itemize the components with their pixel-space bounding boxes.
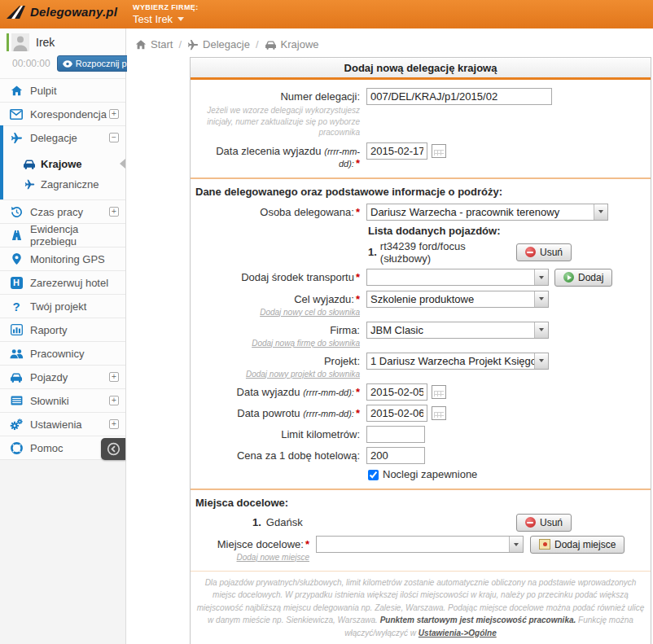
usun-pojazd-button[interactable]: Usuń [516,243,572,261]
plane-icon [21,179,37,190]
transport-select[interactable] [366,269,549,286]
cel-select[interactable]: Szkolenie produktowe [366,291,549,308]
limit-note: Dla pojazdów prywatnych/służbowych, limi… [191,572,651,644]
sidebar-item-krajowe[interactable]: Krajowe [3,154,125,174]
sidebar-item-pojazdy[interactable]: Pojazdy + [0,365,125,388]
home-icon [135,39,147,50]
miejsce-select[interactable] [316,536,524,553]
sidebar-collapse-button[interactable] [101,438,125,460]
limit-km-input[interactable] [366,426,425,443]
firma-select[interactable]: JBM Clasic [366,322,549,339]
breadcrumb-start[interactable]: Start [135,38,173,50]
avatar [7,33,29,51]
numer-delegacji-input[interactable] [366,88,552,105]
firma-label: Firma: [330,324,360,336]
history-clock-icon [7,206,26,218]
sidebar-item-pulpit[interactable]: Pulpit [0,78,125,102]
expand-icon[interactable]: + [109,109,119,119]
hotel-icon: H [7,277,26,289]
projekt-select[interactable]: 1 Dariusz Warzecha Projekt Księgowość 14… [366,353,549,370]
active-item-marker [120,159,125,169]
numer-delegacji-label: Numer delegacji: [280,90,360,103]
car-icon [21,159,37,169]
users-icon [7,348,26,359]
expand-icon[interactable]: + [109,396,119,405]
dodaj-cel-link[interactable]: Dodaj nowy cel do słownika [260,308,360,317]
data-zlecenia-input[interactable] [366,142,427,160]
collapse-icon[interactable]: − [109,133,119,142]
gears-icon [7,418,26,431]
expand-icon[interactable]: + [109,419,119,429]
list-icon [7,396,26,405]
caret-down-icon [177,17,184,21]
question-icon: ? [7,300,26,313]
dodaj-miejsce-link[interactable]: Dodaj nowe miejsce [237,553,310,562]
add-icon [563,272,574,283]
eye-icon [63,60,72,68]
chevron-down-icon [534,291,548,307]
dodaj-transport-button[interactable]: Dodaj [554,269,612,287]
chevron-down-icon [509,537,523,552]
data-wyjazdu-label: Data wyjazdu [237,386,300,398]
calendar-icon[interactable] [432,144,446,158]
sidebar-item-czas-pracy[interactable]: Czas pracy + [0,199,125,223]
sidebar-group-delegacje: Delegacje − Krajowe Zagraniczne [0,125,125,199]
chevron-down-icon [534,353,548,369]
expand-icon[interactable]: + [109,207,119,217]
osoba-select[interactable]: Dariusz Warzecha - pracownik terenowy [366,204,608,221]
sidebar-item-twoj-projekt[interactable]: ? Twój projekt [0,294,125,318]
data-powrotu-input[interactable] [366,405,427,422]
dodaj-firma-link[interactable]: Dodaj nową firmę do słownika [252,339,360,348]
sidebar-item-ewidencja-przebiegu[interactable]: Ewidencja przebiegu [0,223,125,247]
breadcrumb-delegacje[interactable]: Delegacje [187,38,250,50]
cena-hotel-label: Cena za 1 dobę hotelową: [237,449,360,462]
company-selector[interactable]: WYBIERZ FIRMĘ: Test Irek [133,3,199,25]
sidebar-item-raporty[interactable]: Raporty [0,318,125,341]
life-ring-icon [7,442,26,454]
miejsce-label: Miejsce docelowe: [217,538,304,550]
numer-delegacji-help: Jeżeli we wzorze delegacji wykorzystujes… [195,105,360,138]
transport-label: Dodaj środek transportu [241,271,354,283]
noclegi-checkbox[interactable] [368,470,379,480]
miejsce-item: Gdańsk [266,516,303,528]
sidebar-item-delegacje[interactable]: Delegacje − [3,125,125,149]
sidebar: Irek 00:00:00 Rozpocznij pracę Pulpit [0,28,126,644]
road-icon [7,230,26,241]
bar-chart-icon [7,324,26,335]
car-icon [265,40,277,50]
osoba-label: Osoba delegowana: [260,206,354,218]
envelope-icon [7,109,26,120]
ustawienia-ogolne-link[interactable]: Ustawienia->Ogólne [419,629,497,637]
cena-hotel-input[interactable] [366,447,425,464]
user-name: Irek [36,36,55,49]
sidebar-item-zagraniczne[interactable]: Zagraniczne [3,174,125,195]
breadcrumb: Start / Delegacje / Krajowe [127,28,653,57]
calendar-icon[interactable] [432,385,446,399]
sidebar-item-ustawienia[interactable]: Ustawienia + [0,412,125,436]
projekt-label: Projekt: [324,355,360,367]
sidebar-item-monitoring-gps[interactable]: Monitoring GPS [0,247,125,270]
data-zlecenia-label: Data zlecenia wyjazdu [216,145,321,157]
sidebar-item-zarezerwuj-hotel[interactable]: H Zarezerwuj hotel [0,270,125,294]
user-block[interactable]: Irek [7,33,119,54]
home-icon [7,85,26,97]
data-wyjazdu-input[interactable] [366,383,427,401]
plane-icon [187,39,199,50]
chevron-down-icon [534,269,548,285]
topbar: Delegowany.pl WYBIERZ FIRMĘ: Test Irek [0,0,653,28]
dodaj-miejsce-button[interactable]: Dodaj miejsce [530,536,625,554]
sidebar-item-pracownicy[interactable]: Pracownicy [0,341,125,365]
remove-icon [525,517,536,528]
sidebar-item-slowniki[interactable]: Słowniki + [0,388,125,412]
usun-miejsce-button[interactable]: Usuń [516,514,572,532]
form-title: Dodaj nową delegację krajową [191,58,651,80]
breadcrumb-krajowe[interactable]: Krajowe [265,38,319,50]
main-content: Start / Delegacje / Krajowe Dodaj nową d… [127,28,653,644]
expand-icon[interactable]: + [109,372,119,382]
data-powrotu-label: Data powrotu [237,407,300,419]
company-label: WYBIERZ FIRMĘ: [133,3,199,11]
app-logo[interactable]: Delegowany.pl [7,5,117,19]
dodaj-projekt-link[interactable]: Dodaj nowy projekt do słownika [246,370,360,379]
calendar-icon[interactable] [432,406,446,420]
sidebar-item-korespondencja[interactable]: Korespondencja + [0,102,125,125]
